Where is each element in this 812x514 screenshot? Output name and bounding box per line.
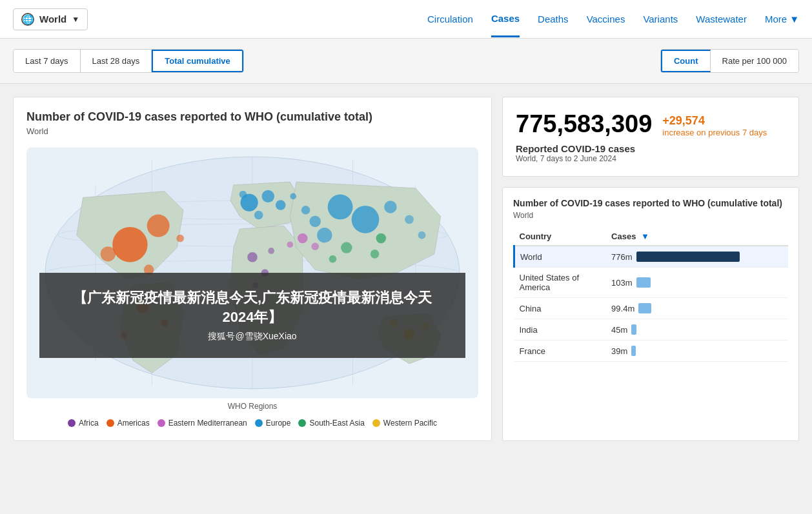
svg-point-21 <box>262 190 274 203</box>
stats-period: World, 7 days to 2 June 2024 <box>516 154 786 163</box>
svg-point-24 <box>239 191 247 199</box>
count-btn[interactable]: Count <box>661 50 711 72</box>
filter-total[interactable]: Total cumulative <box>152 50 243 72</box>
nav-cases[interactable]: Cases <box>491 1 520 37</box>
svg-point-23 <box>254 211 263 220</box>
eastern-med-label: Eastern Mediterranean <box>168 419 247 428</box>
nav-circulation[interactable]: Circulation <box>427 2 473 36</box>
country-usa: United States ofAmerica <box>514 268 607 298</box>
bar-usa <box>636 277 651 288</box>
svg-point-39 <box>311 242 319 250</box>
country-china: China <box>514 298 607 319</box>
svg-point-14 <box>101 246 116 261</box>
data-table: Country Cases ▼ World 776m <box>513 228 788 362</box>
svg-point-28 <box>384 201 396 213</box>
legend-southeast-asia: South-East Asia <box>298 419 364 428</box>
svg-point-16 <box>176 235 184 242</box>
southeast-asia-label: South-East Asia <box>309 419 364 428</box>
sort-arrow-icon: ▼ <box>641 232 649 241</box>
main-content: Number of COVID-19 cases reported to WHO… <box>0 84 812 454</box>
col-cases[interactable]: Cases ▼ <box>606 228 788 246</box>
svg-point-32 <box>418 232 426 239</box>
who-regions-label: WHO Regions <box>26 402 478 411</box>
svg-point-40 <box>287 241 293 248</box>
map-legend: Africa Americas Eastern Mediterranean Eu… <box>26 419 478 428</box>
svg-point-27 <box>352 206 380 233</box>
count-filter-group: Count Rate per 100 000 <box>660 49 799 73</box>
cases-usa: 103m <box>606 268 788 298</box>
svg-point-30 <box>317 228 332 242</box>
world-map[interactable]: 【广东新冠疫情最新消息今天,广东新冠疫情最新消息今天2024年】 搜狐号@雪骁X… <box>26 144 478 402</box>
rate-btn[interactable]: Rate per 100 000 <box>711 50 798 72</box>
time-filter-group: Last 7 days Last 28 days Total cumulativ… <box>13 49 244 73</box>
data-table-scroll[interactable]: Country Cases ▼ World 776m <box>513 228 788 362</box>
chevron-down-icon: ▼ <box>72 15 79 24</box>
chevron-down-icon: ▼ <box>789 14 799 25</box>
svg-point-13 <box>147 215 170 237</box>
americas-label: Americas <box>117 419 150 428</box>
bar-india <box>631 324 636 335</box>
bar-china <box>638 303 651 313</box>
western-pacific-dot <box>372 419 380 427</box>
stats-increase-label: increase on previous 7 days <box>662 128 767 137</box>
col-country: Country <box>514 228 607 246</box>
legend-western-pacific: Western Pacific <box>372 419 437 428</box>
svg-point-31 <box>405 215 414 224</box>
stats-box: 775,583,309 +29,574 increase on previous… <box>502 97 799 177</box>
legend-americas: Americas <box>107 419 150 428</box>
overlay-banner: 【广东新冠疫情最新消息今天,广东新冠疫情最新消息今天2024年】 搜狐号@雪骁X… <box>39 273 465 358</box>
bar-world <box>636 252 740 262</box>
table-row: United States ofAmerica 103m <box>514 268 789 298</box>
map-panel: Number of COVID-19 cases reported to WHO… <box>13 97 492 441</box>
map-title: Number of COVID-19 cases reported to WHO… <box>26 110 478 124</box>
africa-label: Africa <box>79 419 99 428</box>
nav-variants[interactable]: Variants <box>643 2 678 36</box>
svg-point-44 <box>268 248 274 254</box>
country-india: India <box>514 319 607 341</box>
americas-dot <box>107 419 114 427</box>
nav-deaths[interactable]: Deaths <box>538 2 569 36</box>
svg-point-33 <box>341 242 352 253</box>
cases-france: 39m <box>606 341 788 362</box>
europe-label: Europe <box>266 419 291 428</box>
legend-africa: Africa <box>68 419 99 428</box>
main-nav: Circulation Cases Deaths Vaccines Varian… <box>427 1 799 37</box>
svg-point-37 <box>301 206 310 215</box>
filter-last7[interactable]: Last 7 days <box>14 50 81 72</box>
eastern-med-dot <box>157 419 165 427</box>
filter-last28[interactable]: Last 28 days <box>81 50 152 72</box>
svg-point-34 <box>370 250 380 259</box>
table-row: France 39m <box>514 341 789 362</box>
globe-icon: 🌐 <box>21 13 34 26</box>
svg-point-38 <box>298 233 308 244</box>
right-panel: 775,583,309 +29,574 increase on previous… <box>502 97 799 441</box>
chart-subtitle: World <box>513 211 788 220</box>
southeast-asia-dot <box>298 419 306 427</box>
legend-eastern-med: Eastern Mediterranean <box>157 419 247 428</box>
filter-bar: Last 7 days Last 28 days Total cumulativ… <box>0 39 812 84</box>
region-selector[interactable]: 🌐 World ▼ <box>13 8 88 30</box>
europe-dot <box>255 419 263 427</box>
map-region: World <box>26 126 478 136</box>
svg-point-26 <box>328 194 353 219</box>
africa-dot <box>68 419 76 427</box>
cases-india: 45m <box>606 319 788 341</box>
svg-point-29 <box>376 233 387 244</box>
cases-china: 99.4m <box>606 298 788 319</box>
svg-point-36 <box>309 216 321 228</box>
nav-wastewater[interactable]: Wastewater <box>696 2 747 36</box>
stats-increase-value: +29,574 <box>662 114 767 128</box>
nav-more[interactable]: More ▼ <box>765 2 799 36</box>
svg-point-22 <box>276 200 286 210</box>
chart-title: Number of COVID-19 cases reported to WHO… <box>513 198 788 208</box>
bar-france <box>631 346 636 356</box>
svg-point-12 <box>112 227 147 262</box>
cases-world: 776m <box>606 246 788 268</box>
header: 🌐 World ▼ Circulation Cases Deaths Vacci… <box>0 0 812 39</box>
stats-main-number: 775,583,309 <box>516 110 652 138</box>
country-france: France <box>514 341 607 362</box>
nav-vaccines[interactable]: Vaccines <box>587 2 625 36</box>
western-pacific-label: Western Pacific <box>383 419 437 428</box>
table-row: China 99.4m <box>514 298 789 319</box>
svg-point-35 <box>329 255 337 263</box>
